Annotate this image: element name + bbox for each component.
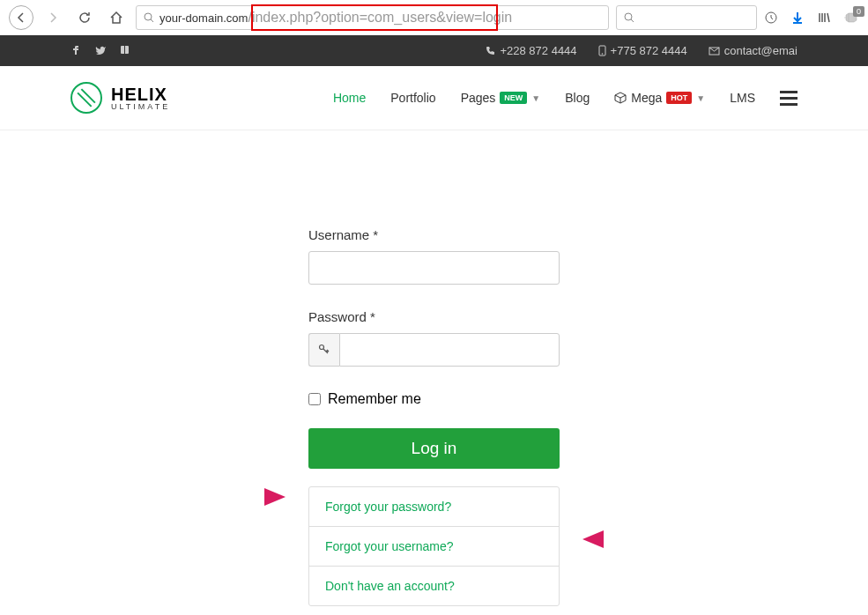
hot-badge: HOT bbox=[666, 92, 692, 104]
nav-pages[interactable]: Pages NEW ▼ bbox=[461, 91, 541, 105]
login-button[interactable]: Log in bbox=[308, 428, 560, 469]
cube-icon bbox=[614, 92, 627, 104]
chevron-down-icon: ▼ bbox=[696, 93, 705, 103]
nav-home[interactable]: Home bbox=[333, 91, 366, 105]
logo-icon bbox=[70, 82, 102, 114]
phone-1[interactable]: +228 872 4444 bbox=[486, 44, 576, 57]
forward-button[interactable] bbox=[41, 5, 65, 30]
back-button[interactable] bbox=[9, 5, 33, 30]
svg-line-3 bbox=[631, 19, 634, 22]
nav-portfolio[interactable]: Portfolio bbox=[390, 91, 435, 105]
password-label: Password * bbox=[308, 309, 560, 324]
url-path: /index.php?option=com_users&view=login bbox=[248, 10, 512, 26]
arrow-annotation-left bbox=[264, 488, 286, 506]
new-badge: NEW bbox=[500, 92, 527, 104]
logo-subtitle: ULTIMATE bbox=[111, 103, 170, 111]
browser-search-bar[interactable] bbox=[616, 5, 757, 30]
remember-label: Remember me bbox=[328, 391, 421, 407]
remember-checkbox[interactable] bbox=[308, 393, 321, 405]
no-account-link[interactable]: Don't have an account? bbox=[309, 567, 559, 605]
notification-icon[interactable]: 0 bbox=[843, 10, 859, 26]
facebook-icon[interactable] bbox=[70, 44, 82, 57]
nav-mega[interactable]: Mega HOT ▼ bbox=[614, 91, 705, 105]
key-icon bbox=[308, 333, 339, 367]
forgot-username-link[interactable]: Forgot your username? bbox=[309, 527, 559, 567]
forgot-password-link[interactable]: Forgot your password? bbox=[309, 487, 559, 527]
browser-toolbar: your-domain.com /index.php?option=com_us… bbox=[0, 0, 868, 35]
download-icon[interactable] bbox=[790, 11, 805, 25]
svg-point-10 bbox=[319, 345, 323, 350]
arrow-annotation-right bbox=[582, 530, 604, 548]
top-bar: +228 872 4444 +775 872 4444 contact@emai bbox=[0, 35, 868, 66]
url-domain: your-domain.com bbox=[160, 11, 248, 25]
nav-blog[interactable]: Blog bbox=[565, 91, 590, 105]
svg-point-0 bbox=[145, 13, 152, 20]
book-icon[interactable] bbox=[119, 44, 130, 57]
library-icon[interactable] bbox=[817, 11, 831, 25]
search-icon bbox=[144, 12, 154, 23]
password-input[interactable] bbox=[339, 333, 560, 367]
login-form: Username * Password * Remember me Log in… bbox=[308, 227, 560, 606]
history-icon[interactable] bbox=[764, 11, 778, 25]
home-button[interactable] bbox=[104, 5, 129, 30]
phone-2[interactable]: +775 872 4444 bbox=[598, 44, 687, 57]
nav-lms[interactable]: LMS bbox=[730, 91, 755, 105]
username-label: Username * bbox=[308, 227, 560, 242]
reload-button[interactable] bbox=[72, 5, 97, 30]
svg-line-1 bbox=[151, 19, 153, 22]
chevron-down-icon: ▼ bbox=[531, 93, 540, 103]
site-logo[interactable]: HELIX ULTIMATE bbox=[70, 82, 170, 114]
svg-point-2 bbox=[625, 13, 632, 20]
url-bar[interactable]: your-domain.com /index.php?option=com_us… bbox=[136, 5, 609, 30]
svg-point-8 bbox=[601, 53, 603, 55]
username-input[interactable] bbox=[308, 251, 560, 285]
hamburger-menu[interactable] bbox=[780, 91, 798, 106]
notification-badge: 0 bbox=[853, 6, 864, 17]
twitter-icon[interactable] bbox=[94, 44, 107, 57]
email-contact[interactable]: contact@emai bbox=[708, 44, 798, 57]
main-navigation: HELIX ULTIMATE Home Portfolio Pages NEW … bbox=[0, 66, 868, 130]
logo-brand: HELIX bbox=[111, 85, 170, 103]
link-list: Forgot your password? Forgot your userna… bbox=[308, 486, 560, 606]
